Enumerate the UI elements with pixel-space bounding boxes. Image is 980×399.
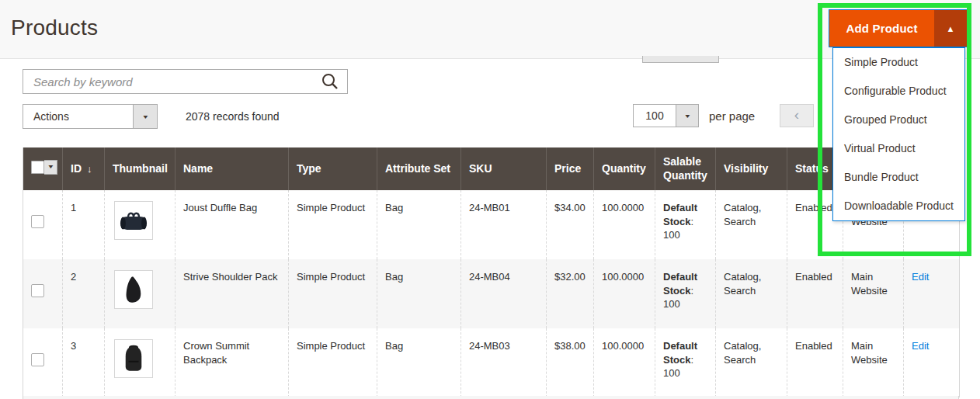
menu-item-simple-product[interactable]: Simple Product bbox=[833, 48, 964, 77]
column-header-salable-quantity[interactable]: Salable Quantity bbox=[655, 147, 716, 190]
edit-link[interactable]: Edit bbox=[912, 340, 929, 352]
products-grid: ▼ ID↓ Thumbnail Name Type Attribute Set … bbox=[23, 147, 960, 397]
cell-type: Simple Product bbox=[289, 328, 377, 397]
search-icon[interactable] bbox=[318, 72, 342, 91]
cell-attribute-set: Bag bbox=[377, 190, 461, 259]
row-checkbox[interactable] bbox=[31, 215, 44, 228]
search-input[interactable] bbox=[23, 69, 348, 94]
actions-select-value: Actions bbox=[23, 105, 133, 128]
cell-visibility: Catalog, Search bbox=[716, 328, 787, 397]
chevron-up-icon: ▲ bbox=[947, 24, 955, 33]
cell-sku: 24-MB01 bbox=[461, 190, 547, 259]
column-header-sku[interactable]: SKU bbox=[461, 147, 547, 190]
menu-item-virtual-product[interactable]: Virtual Product bbox=[833, 134, 964, 163]
table-row: 2 Strive Shoulder Pack Simple Product Ba… bbox=[23, 259, 960, 328]
previous-page-button[interactable]: ‹ bbox=[780, 104, 814, 127]
cell-price: $34.00 bbox=[547, 190, 594, 259]
column-header-name[interactable]: Name bbox=[175, 147, 289, 190]
cell-sku: 24-MB04 bbox=[461, 259, 547, 328]
cell-attribute-set: Bag bbox=[377, 259, 461, 328]
cell-name: Strive Shoulder Pack bbox=[175, 259, 289, 328]
cell-quantity: 100.0000 bbox=[594, 259, 655, 328]
column-header-visibility[interactable]: Visibility bbox=[716, 147, 787, 190]
product-thumbnail bbox=[114, 270, 153, 309]
product-thumbnail bbox=[114, 339, 153, 378]
select-all-dropdown-icon[interactable]: ▼ bbox=[44, 160, 57, 175]
shoulder-pack-image bbox=[123, 275, 144, 304]
grid-header-row: ▼ ID↓ Thumbnail Name Type Attribute Set … bbox=[23, 147, 960, 190]
table-row: 3 Crown Summit Backpack Simple Product B… bbox=[23, 328, 960, 397]
cell-websites: Main Website bbox=[843, 259, 904, 328]
cell-sku: 24-MB03 bbox=[461, 328, 547, 397]
chevron-down-icon[interactable]: ▼ bbox=[676, 105, 698, 127]
cell-quantity: 100.0000 bbox=[594, 190, 655, 259]
select-all-checkbox[interactable] bbox=[31, 161, 44, 174]
menu-item-grouped-product[interactable]: Grouped Product bbox=[833, 106, 964, 134]
edit-link[interactable]: Edit bbox=[912, 271, 929, 283]
sort-descending-icon: ↓ bbox=[87, 163, 92, 175]
cell-status: Enabled bbox=[787, 259, 843, 328]
column-header-type[interactable]: Type bbox=[289, 147, 377, 190]
cell-salable-quantity: Default Stock: 100 bbox=[655, 190, 716, 259]
next-row-partial bbox=[23, 396, 959, 399]
add-product-split-toggle[interactable]: ▲ bbox=[934, 10, 967, 47]
cell-salable-quantity: Default Stock: 100 bbox=[655, 259, 716, 328]
add-product-menu: Simple Product Configurable Product Grou… bbox=[832, 47, 965, 221]
chevron-left-icon: ‹ bbox=[794, 106, 799, 123]
select-all-header[interactable]: ▼ bbox=[23, 147, 63, 190]
cell-quantity: 100.0000 bbox=[594, 328, 655, 397]
cell-name: Crown Summit Backpack bbox=[175, 328, 289, 397]
cell-visibility: Catalog, Search bbox=[716, 259, 787, 328]
cell-attribute-set: Bag bbox=[377, 328, 461, 397]
add-product-label: Add Product bbox=[829, 10, 934, 47]
partial-hidden-button[interactable] bbox=[642, 56, 719, 63]
backpack-image bbox=[123, 345, 144, 373]
cell-id: 3 bbox=[63, 328, 105, 397]
cell-status: Enabled bbox=[787, 328, 843, 397]
row-checkbox[interactable] bbox=[31, 284, 44, 297]
cell-visibility: Catalog, Search bbox=[716, 190, 787, 259]
per-page-label: per page bbox=[709, 109, 755, 123]
page-title: Products bbox=[11, 16, 98, 40]
per-page-select[interactable]: 100 ▼ bbox=[633, 104, 699, 127]
table-row: 1 Joust Duffle Bag Simple Product Bag 24… bbox=[23, 190, 960, 259]
add-product-button[interactable]: Add Product ▲ bbox=[829, 10, 967, 47]
per-page-value: 100 bbox=[634, 105, 676, 127]
cell-type: Simple Product bbox=[289, 259, 377, 328]
column-header-quantity[interactable]: Quantity bbox=[594, 147, 655, 190]
cell-salable-quantity: Default Stock: 100 bbox=[655, 328, 716, 397]
row-checkbox[interactable] bbox=[31, 353, 44, 366]
column-header-attribute-set[interactable]: Attribute Set bbox=[377, 147, 461, 190]
cell-price: $38.00 bbox=[547, 328, 594, 397]
keyword-search bbox=[23, 69, 348, 94]
column-header-id[interactable]: ID↓ bbox=[63, 147, 105, 190]
menu-item-configurable-product[interactable]: Configurable Product bbox=[833, 77, 964, 106]
duffle-bag-image bbox=[118, 209, 149, 232]
menu-item-bundle-product[interactable]: Bundle Product bbox=[833, 163, 964, 192]
cell-name: Joust Duffle Bag bbox=[175, 190, 289, 259]
actions-select[interactable]: Actions ▼ bbox=[23, 104, 158, 129]
cell-type: Simple Product bbox=[289, 190, 377, 259]
menu-item-downloadable-product[interactable]: Downloadable Product bbox=[833, 192, 964, 220]
cell-price: $32.00 bbox=[547, 259, 594, 328]
chevron-down-icon[interactable]: ▼ bbox=[133, 105, 157, 128]
cell-id: 1 bbox=[63, 190, 105, 259]
cell-websites: Main Website bbox=[843, 328, 904, 397]
records-found-text: 2078 records found bbox=[186, 110, 280, 123]
cell-id: 2 bbox=[63, 259, 105, 328]
column-header-price[interactable]: Price bbox=[547, 147, 594, 190]
column-header-thumbnail[interactable]: Thumbnail bbox=[105, 147, 175, 190]
product-thumbnail bbox=[114, 201, 153, 240]
